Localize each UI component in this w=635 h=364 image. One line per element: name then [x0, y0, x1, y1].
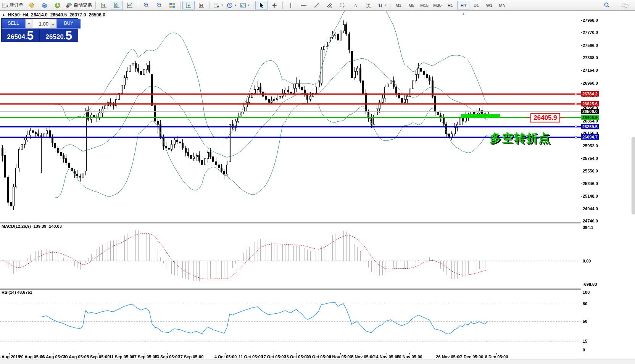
timeframe-W1[interactable]: W1: [483, 1, 495, 10]
data-window-button[interactable]: [39, 1, 51, 10]
vertical-line-button[interactable]: [285, 1, 297, 10]
rsi-scale-label: 50: [583, 319, 587, 324]
panel-separator[interactable]: [0, 222, 581, 224]
timeframe-D1[interactable]: D1: [470, 1, 482, 10]
text-button[interactable]: A: [350, 1, 362, 10]
volume-down-button[interactable]: ▼: [26, 19, 32, 28]
clock-icon: [227, 2, 233, 8]
panel-separator[interactable]: [0, 288, 581, 290]
collapse-panel-icon[interactable]: ▲: [2, 13, 5, 17]
level-price-tag[interactable]: 26405.9: [530, 113, 560, 122]
equidistant-channel-icon: E: [327, 2, 333, 8]
timeframe-M15[interactable]: M15: [418, 1, 430, 10]
text-label-button[interactable]: T: [363, 1, 375, 10]
search-button[interactable]: [601, 1, 613, 10]
cursor-button[interactable]: [255, 1, 268, 10]
new-chart-button[interactable]: ▾: [212, 1, 224, 10]
svg-text:A: A: [354, 3, 358, 8]
price-tick-label: 27164.0: [583, 68, 598, 73]
status-strip: [0, 359, 635, 364]
templates-icon: [240, 2, 246, 8]
quote-open: 26414.0: [31, 12, 47, 18]
zoom-out-icon: [156, 2, 162, 8]
buy-button[interactable]: BUY: [57, 19, 81, 29]
buy-price-main: 26520: [46, 33, 64, 41]
fibonacci-button[interactable]: F: [337, 1, 349, 10]
zoom-in-button[interactable]: [140, 1, 152, 10]
chat-button[interactable]: [619, 1, 631, 10]
price-tick-label: 25952.0: [583, 143, 598, 148]
quote-row: ▲ HK50-,H4 26414.0 26549.5 26377.0 26506…: [2, 12, 105, 18]
svg-text:T: T: [367, 3, 370, 8]
rsi-scale-label: 80: [583, 301, 587, 306]
new-chart-icon: [213, 2, 219, 8]
buy-price-pip: 5: [66, 30, 73, 41]
trendline-button[interactable]: [311, 1, 323, 10]
price-chart-canvas[interactable]: [0, 11, 635, 364]
chart-text-annotation[interactable]: 多空转折点: [490, 130, 551, 146]
macd-scale-zero: 0.00: [583, 259, 591, 264]
timeframe-H1[interactable]: H1: [444, 1, 456, 10]
rsi-scale-label: 100: [583, 290, 590, 295]
buy-label: BUY: [64, 21, 74, 26]
autotrading-label: 自动交易: [74, 2, 92, 8]
autotrading-button[interactable]: 自动交易: [64, 1, 93, 10]
line-chart-button[interactable]: [124, 1, 136, 10]
quote-close: 26506.0: [89, 12, 105, 18]
trendline-icon: [314, 2, 320, 8]
text-icon: A: [353, 2, 359, 8]
sell-price[interactable]: 26504.5: [2, 29, 40, 42]
timeframe-H4[interactable]: H4: [457, 1, 469, 10]
templates-button[interactable]: ▾: [239, 1, 251, 10]
dropdown-arrow-icon: ▾: [235, 3, 236, 7]
toolbar-separator: [138, 2, 138, 9]
price-tick-label: 24746.0: [583, 219, 598, 224]
fibonacci-icon: F: [340, 2, 346, 8]
macd-scale-bottom: -698.83: [583, 282, 597, 287]
horizontal-line-button[interactable]: [298, 1, 310, 10]
crosshair-button[interactable]: [268, 1, 280, 10]
svg-text:E: E: [330, 6, 332, 8]
dropdown-arrow-icon: ▾: [221, 3, 223, 7]
navigator-button[interactable]: [52, 1, 64, 10]
new-order-button[interactable]: 新订单: [0, 1, 25, 10]
line-chart-icon: [127, 2, 133, 8]
macd-indicator-label: MACD(12,26,9) -139.39 -140.03: [2, 224, 62, 229]
macd-scale-top: 394.1: [583, 225, 593, 230]
timeframe-M30[interactable]: M30: [431, 1, 443, 10]
arrows-button[interactable]: ▾: [376, 1, 388, 10]
volume-up-button[interactable]: ▲: [50, 19, 56, 28]
sell-price-main: 26504: [7, 33, 25, 41]
window-scrollbar-thumb[interactable]: [632, 137, 635, 214]
auto-scroll-button[interactable]: [182, 1, 195, 10]
symbol-period-label: HK50-,H4: [8, 12, 28, 18]
candlestick-chart-button[interactable]: [111, 1, 123, 10]
zoom-in-icon: [143, 2, 149, 8]
toolbar-separator: [253, 2, 253, 9]
toolbar-separator: [180, 2, 181, 9]
price-level-label: 26094.7: [581, 134, 599, 140]
auto-scroll-icon: [185, 2, 192, 8]
sell-button[interactable]: SELL: [2, 19, 25, 29]
equidistant-channel-button[interactable]: E: [324, 1, 336, 10]
volume-control: ▼ ▲: [25, 19, 57, 29]
timeframe-M5[interactable]: M5: [405, 1, 417, 10]
tile-windows-button[interactable]: [166, 1, 178, 10]
dropdown-arrow-icon: ▾: [385, 3, 387, 7]
scroll-marker-icon: ▴: [463, 11, 464, 16]
buy-price[interactable]: 26520.5: [40, 29, 78, 42]
zoom-out-button[interactable]: [153, 1, 165, 10]
date-label: 6 Dec 05:00: [475, 354, 517, 359]
volume-input[interactable]: [32, 19, 50, 28]
market-watch-button[interactable]: [26, 1, 38, 10]
timeframe-MN[interactable]: MN: [496, 1, 508, 10]
chart-shift-button[interactable]: [195, 1, 208, 10]
price-tick-label: 27368.0: [583, 55, 598, 60]
price-level-label: 26506.0: [581, 109, 599, 114]
periods-button[interactable]: ▾: [225, 1, 238, 10]
date-label: 20 Nov 05:00: [388, 354, 430, 359]
text-label-icon: T: [366, 2, 372, 8]
chat-icon: [620, 2, 629, 8]
bar-chart-button[interactable]: [98, 1, 110, 10]
timeframe-M1[interactable]: M1: [392, 1, 405, 10]
